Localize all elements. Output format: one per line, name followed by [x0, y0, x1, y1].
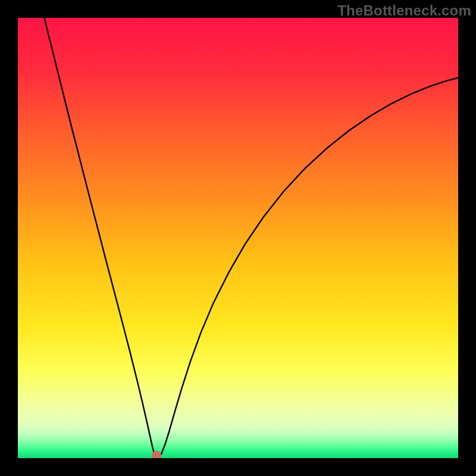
chart-background [18, 18, 458, 458]
watermark-text: TheBottleneck.com [337, 2, 471, 19]
chart-frame [18, 18, 458, 458]
chart-svg [18, 18, 458, 458]
